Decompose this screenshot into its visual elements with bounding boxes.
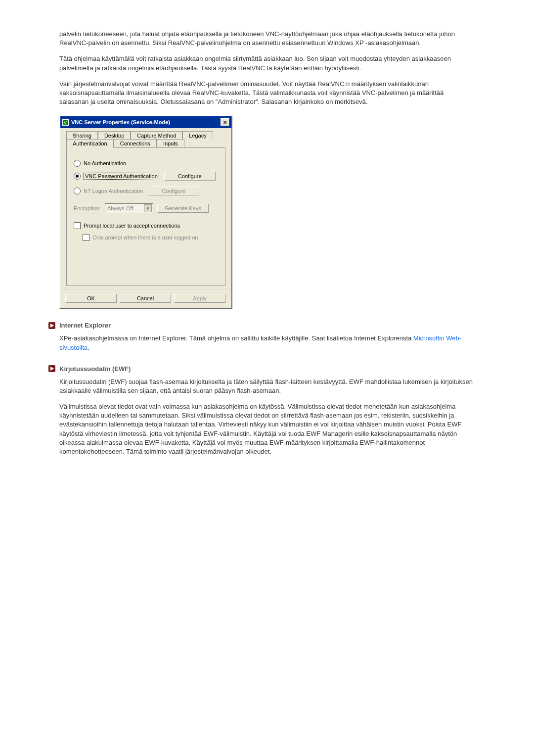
encryption-label: Encryption: xyxy=(74,205,101,211)
tabs-back-row: Sharing Desktop Capture Method Legacy xyxy=(66,131,225,140)
ewf-paragraph-1: Kirjoitussuodatin (EWF) suojaa flash-ase… xyxy=(59,378,475,395)
radio-label: VNC Password Authentication xyxy=(84,173,159,180)
dialog-title: VNC Server Properties (Service-Mode) xyxy=(71,119,221,125)
checkbox-label: Prompt local user to accept connections xyxy=(84,223,180,229)
dialog-button-row: OK Cancel Apply xyxy=(60,289,231,308)
vnc-properties-dialog: V VNC Server Properties (Service-Mode) ✕… xyxy=(59,115,232,309)
tab-capture-method[interactable]: Capture Method xyxy=(131,131,182,140)
tab-connections[interactable]: Connections xyxy=(114,139,157,148)
encryption-value: Always Off xyxy=(107,205,133,211)
ie-text-before-link: XPe-asiakasohjelmassa on Internet Explor… xyxy=(59,334,413,342)
section-title-ewf: Kirjotussuodatin (EWF) xyxy=(59,365,131,373)
vnc-app-icon: V xyxy=(62,119,69,126)
checkbox-only-prompt xyxy=(83,234,89,241)
intro-paragraph-2: Tätä ohjelmaa käyttämällä voit ratkaista… xyxy=(59,54,475,72)
checkbox-prompt-local[interactable] xyxy=(74,222,81,229)
chevron-down-icon: ▼ xyxy=(144,204,152,212)
section-header-ewf: Kirjotussuodatin (EWF) xyxy=(48,365,475,373)
ie-paragraph: XPe-asiakasohjelmassa on Internet Explor… xyxy=(59,334,475,352)
intro-paragraph-3: Vain järjestelmänvalvojat voivat määritt… xyxy=(59,80,475,107)
configure-vnc-button[interactable]: Configure xyxy=(164,172,216,181)
tab-desktop[interactable]: Desktop xyxy=(98,131,131,140)
play-bullet-icon xyxy=(48,322,55,329)
play-bullet-icon xyxy=(48,365,55,372)
radio-icon xyxy=(74,173,81,180)
radio-icon xyxy=(74,188,81,194)
radio-nt-logon-auth: NT Logon Authentication xyxy=(74,188,143,194)
ewf-paragraph-2: Välimuistissa olevat tiedot ovat vain vo… xyxy=(59,402,475,456)
section-header-ie: Internet Explorer xyxy=(48,322,475,329)
cancel-button[interactable]: Cancel xyxy=(120,294,171,303)
ie-text-after-link: . xyxy=(88,344,89,351)
close-icon: ✕ xyxy=(223,120,227,125)
section-title-ie: Internet Explorer xyxy=(59,322,111,329)
tab-inputs[interactable]: Inputs xyxy=(157,139,184,148)
tab-legacy[interactable]: Legacy xyxy=(182,131,213,140)
intro-paragraph-1: palvelin tietokoneeseen, jota haluat ohj… xyxy=(59,30,475,47)
dialog-titlebar[interactable]: V VNC Server Properties (Service-Mode) ✕ xyxy=(60,116,231,128)
radio-vnc-password-auth[interactable]: VNC Password Authentication xyxy=(74,173,159,180)
tabs-front-row: Authentication Connections Inputs xyxy=(66,139,225,148)
ok-button[interactable]: OK xyxy=(65,294,117,303)
page: palvelin tietokoneeseen, jota haluat ohj… xyxy=(0,0,534,756)
tab-authentication[interactable]: Authentication xyxy=(66,139,114,148)
radio-icon xyxy=(74,160,81,167)
apply-button: Apply xyxy=(174,294,225,303)
encryption-select: Always Off ▼ xyxy=(105,203,153,213)
close-button[interactable]: ✕ xyxy=(221,118,229,126)
generate-keys-button: Generate Keys xyxy=(157,204,209,213)
radio-no-auth[interactable]: No Authentication xyxy=(74,160,218,167)
authentication-panel: No Authentication VNC Password Authentic… xyxy=(66,147,225,286)
svg-text:V: V xyxy=(64,120,67,125)
checkbox-label: Only prompt when there is a user logged … xyxy=(92,235,198,240)
configure-nt-button: Configure xyxy=(148,187,199,195)
radio-label: No Authentication xyxy=(84,160,126,166)
radio-label: NT Logon Authentication xyxy=(84,188,143,194)
tab-sharing[interactable]: Sharing xyxy=(66,131,98,140)
